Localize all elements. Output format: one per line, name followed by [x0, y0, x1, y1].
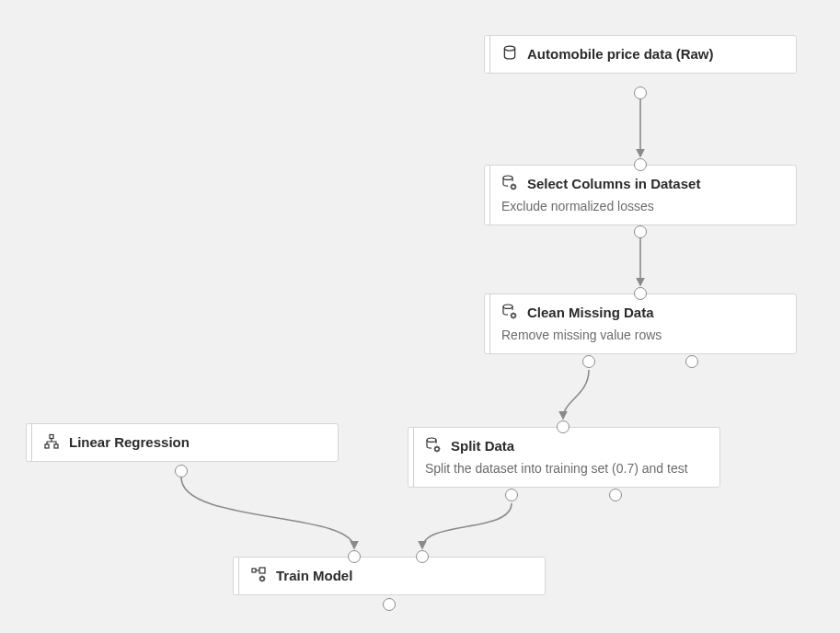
hierarchy-icon	[43, 433, 60, 450]
svg-rect-7	[54, 444, 58, 448]
port-input[interactable]	[416, 550, 429, 563]
database-gear-icon	[425, 437, 442, 454]
database-gear-icon	[501, 304, 518, 320]
port-output[interactable]	[505, 489, 518, 501]
port-output[interactable]	[685, 355, 698, 368]
port-input[interactable]	[348, 550, 361, 563]
svg-rect-5	[50, 435, 53, 439]
database-icon	[501, 45, 518, 62]
port-output[interactable]	[634, 86, 647, 99]
node-title: Split Data	[451, 438, 514, 454]
port-input[interactable]	[634, 287, 647, 300]
svg-point-1	[503, 176, 512, 179]
node-train-model[interactable]: Train Model	[233, 557, 546, 595]
port-input[interactable]	[634, 158, 647, 171]
svg-rect-11	[259, 568, 265, 573]
node-clean-missing[interactable]: Clean Missing Data Remove missing value …	[484, 293, 797, 354]
svg-rect-6	[45, 444, 49, 448]
port-output[interactable]	[582, 355, 595, 368]
port-output[interactable]	[609, 489, 622, 501]
node-title: Select Columns in Dataset	[527, 176, 700, 191]
node-subtitle: Exclude normalized losses	[501, 199, 783, 213]
port-input[interactable]	[557, 420, 570, 433]
svg-point-8	[427, 438, 436, 442]
train-icon	[250, 567, 267, 583]
node-split-data[interactable]: Split Data Split the dataset into traini…	[408, 427, 720, 488]
database-gear-icon	[501, 175, 518, 191]
node-subtitle: Split the dataset into training set (0.7…	[425, 461, 707, 476]
svg-point-0	[504, 46, 514, 51]
port-output[interactable]	[383, 598, 396, 611]
pipeline-canvas[interactable]: Automobile price data (Raw) Select Colum…	[0, 0, 840, 633]
node-title: Clean Missing Data	[527, 305, 654, 320]
node-title: Train Model	[276, 568, 352, 583]
port-output[interactable]	[175, 465, 188, 478]
node-dataset[interactable]: Automobile price data (Raw)	[484, 35, 797, 74]
port-output[interactable]	[634, 225, 647, 238]
node-title: Automobile price data (Raw)	[527, 46, 714, 62]
svg-point-3	[503, 305, 512, 308]
svg-rect-10	[252, 569, 256, 572]
node-title: Linear Regression	[69, 434, 190, 450]
node-subtitle: Remove missing value rows	[501, 328, 783, 342]
node-select-columns[interactable]: Select Columns in Dataset Exclude normal…	[484, 165, 797, 225]
node-linear-regression[interactable]: Linear Regression	[26, 423, 339, 462]
